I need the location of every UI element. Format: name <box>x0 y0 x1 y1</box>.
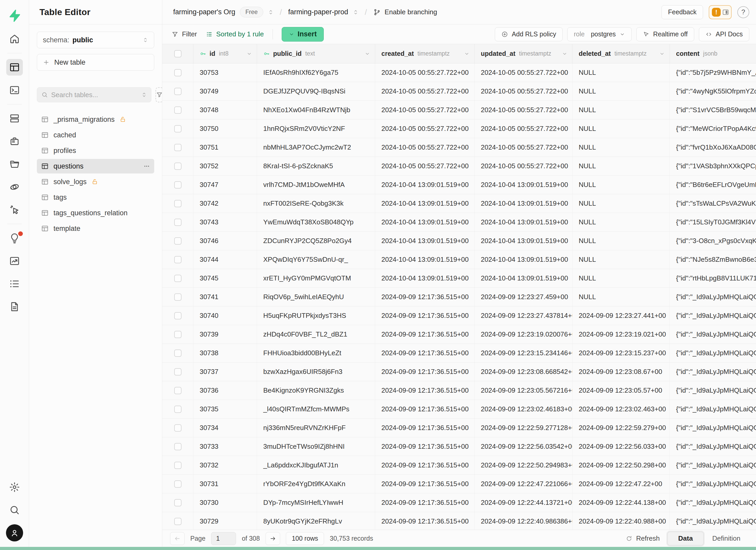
public-id-cell[interactable]: nxFT002ISeRE-Qobg3K3k <box>257 194 375 213</box>
nav-table-editor-button[interactable] <box>0 56 29 79</box>
id-cell[interactable]: 30736 <box>193 381 257 400</box>
content-cell[interactable]: {"id":"_Id9aLyJpMHQLaiQG <box>670 325 756 344</box>
public-id-cell[interactable]: _l40sQIRTmMZfcm-MWMPs <box>257 400 375 418</box>
public-id-cell[interactable]: YwEmuWdqT38XoSB048QYp <box>257 213 375 231</box>
id-cell[interactable]: 30738 <box>193 344 257 362</box>
updated-at-cell[interactable]: 2024-09-09 12:23:08.668542+00 <box>475 363 572 381</box>
row-checkbox[interactable] <box>174 424 181 432</box>
created-at-cell[interactable]: 2024-10-04 13:09:01.519+00 <box>375 194 475 213</box>
public-id-cell[interactable]: RiqOV6p_5wihLeIAEQyhU <box>257 288 375 306</box>
public-id-cell[interactable]: ZDCunRYJP2CQ5Z8Po2Gy4 <box>257 232 375 250</box>
row-checkbox[interactable] <box>174 200 181 207</box>
column-header-updated_at[interactable]: updated_attimestamptz <box>475 44 572 63</box>
chevron-down-icon[interactable] <box>246 51 252 57</box>
created-at-cell[interactable]: 2024-10-05 00:55:27.722+00 <box>375 101 475 119</box>
content-cell[interactable]: {"id":"5b7j5Pz9WHBNmY_A <box>670 63 756 82</box>
row-checkbox[interactable] <box>174 69 181 76</box>
breadcrumb-org[interactable]: farming-paper's Org <box>173 8 235 16</box>
deleted-at-cell[interactable]: NULL <box>572 82 670 100</box>
deleted-at-cell[interactable]: NULL <box>572 288 670 306</box>
public-id-cell[interactable]: vrlh7CMD-JtM1bOweMHfA <box>257 176 375 194</box>
content-cell[interactable]: {"id":"_Id9aLyJpMHQLaiQG <box>670 419 756 437</box>
created-at-cell[interactable]: 2024-10-04 13:09:01.519+00 <box>375 269 475 287</box>
public-id-cell[interactable]: DYp-7mcyMSIrHefLYIwwH <box>257 493 375 512</box>
deleted-at-cell[interactable]: NULL <box>572 194 670 213</box>
id-cell[interactable]: 30752 <box>193 157 257 175</box>
nav-sql-editor-button[interactable] <box>0 79 29 102</box>
updated-at-cell[interactable]: 2024-10-05 00:55:27.722+00 <box>475 138 572 157</box>
created-at-cell[interactable]: 2024-10-04 13:09:01.519+00 <box>375 232 475 250</box>
id-cell[interactable]: 30737 <box>193 363 257 381</box>
created-at-cell[interactable]: 2024-09-09 12:17:36.515+00 <box>375 512 475 530</box>
search-tables-input[interactable] <box>51 91 138 99</box>
deleted-at-cell[interactable]: 2024-09-09 12:23:27.441+00 <box>572 306 670 325</box>
content-cell[interactable]: {"id":"4wyNgK55lOfrpmYZc <box>670 82 756 100</box>
public-id-cell[interactable]: 3muDHTceTWso9IZj8hHNI <box>257 437 375 456</box>
created-at-cell[interactable]: 2024-09-09 12:17:36.515+00 <box>375 344 475 362</box>
deleted-at-cell[interactable]: 2024-09-09 12:22:50.298+00 <box>572 456 670 474</box>
content-cell[interactable]: {"id":"1VASb3phnXXkQPCpv <box>670 157 756 175</box>
deleted-at-cell[interactable]: NULL <box>572 63 670 82</box>
updated-at-cell[interactable]: 2024-10-05 00:55:27.722+00 <box>475 119 572 138</box>
deleted-at-cell[interactable]: 2024-09-09 12:23:19.021+00 <box>572 325 670 344</box>
sidebar-table-template[interactable]: template <box>37 221 154 236</box>
content-cell[interactable]: {"id":"_Id9aLyJpMHQLaiQG <box>670 437 756 456</box>
created-at-cell[interactable]: 2024-10-04 13:09:01.519+00 <box>375 213 475 231</box>
row-checkbox[interactable] <box>174 462 181 469</box>
sidebar-table-solve_logs[interactable]: solve_logs <box>37 175 154 189</box>
content-cell[interactable]: {"id":"sTsWaLCPsVA2WuK2 <box>670 194 756 213</box>
deleted-at-cell[interactable]: 2024-09-09 12:23:02.463+00 <box>572 400 670 418</box>
deleted-at-cell[interactable]: NULL <box>572 119 670 138</box>
public-id-cell[interactable]: DGEJfJZPQUV9Q-IBqsNSi <box>257 82 375 100</box>
sidebar-table-tags_questions_relation[interactable]: tags_questions_relation <box>37 206 154 220</box>
content-cell[interactable]: {"id":"_Id9aLyJpMHQLaiQG <box>670 493 756 512</box>
created-at-cell[interactable]: 2024-10-05 00:55:27.722+00 <box>375 63 475 82</box>
id-cell[interactable]: 30732 <box>193 456 257 474</box>
public-id-cell[interactable]: zHDq4c0F0VBF_TL2_dBZ1 <box>257 325 375 344</box>
deleted-at-cell[interactable]: NULL <box>572 138 670 157</box>
column-header-public_id[interactable]: public_idtext <box>257 44 375 63</box>
row-checkbox[interactable] <box>174 237 181 245</box>
row-checkbox[interactable] <box>174 518 181 525</box>
deleted-at-cell[interactable]: 2024-09-09 12:23:15.237+00 <box>572 344 670 362</box>
id-cell[interactable]: 30735 <box>193 400 257 418</box>
sidebar-table-profiles[interactable]: profiles <box>37 143 154 158</box>
id-cell[interactable]: 30749 <box>193 82 257 100</box>
updated-at-cell[interactable]: 2024-10-05 00:55:27.722+00 <box>475 157 572 175</box>
public-id-cell[interactable]: 1hnRQjxSRm2V0VticY2NF <box>257 119 375 138</box>
created-at-cell[interactable]: 2024-09-09 12:17:36.515+00 <box>375 325 475 344</box>
table-actions-icon[interactable] <box>143 163 150 170</box>
updated-at-cell[interactable]: 2024-10-05 00:55:27.722+00 <box>475 82 572 100</box>
created-at-cell[interactable]: 2024-10-04 13:09:01.519+00 <box>375 250 475 269</box>
nav-docs-button[interactable] <box>0 295 29 318</box>
chevron-down-icon[interactable] <box>659 51 665 57</box>
id-cell[interactable]: 30753 <box>193 63 257 82</box>
nav-user-button[interactable] <box>0 521 29 544</box>
row-checkbox[interactable] <box>174 406 181 413</box>
updated-at-cell[interactable]: 2024-10-04 13:09:01.519+00 <box>475 269 572 287</box>
id-cell[interactable]: 30748 <box>193 101 257 119</box>
row-checkbox[interactable] <box>174 350 181 357</box>
id-cell[interactable]: 30740 <box>193 306 257 325</box>
id-cell[interactable]: 30745 <box>193 269 257 287</box>
api-docs-button[interactable]: API Docs <box>699 27 749 41</box>
public-id-cell[interactable]: bzwXazHgax6UIR58j6Fn3 <box>257 363 375 381</box>
id-cell[interactable]: 30743 <box>193 213 257 231</box>
id-cell[interactable]: 30751 <box>193 138 257 157</box>
id-cell[interactable]: 30741 <box>193 288 257 306</box>
content-cell[interactable]: {"id":"_Id9aLyJpMHQLaiQG <box>670 475 756 493</box>
row-checkbox[interactable] <box>174 331 181 338</box>
breadcrumb-project[interactable]: farming-paper-prod <box>288 8 348 16</box>
chevrons-up-down-icon[interactable] <box>268 9 274 15</box>
deleted-at-cell[interactable]: 2024-09-09 12:22:56.033+00 <box>572 437 670 456</box>
column-header-id[interactable]: idint8 <box>193 44 257 63</box>
chevron-down-icon[interactable] <box>562 51 568 57</box>
public-id-cell[interactable]: nbMhHL3AP7OcCJymc2wT2 <box>257 138 375 157</box>
public-id-cell[interactable]: XPQwDIqY6Y75SwDnU-qr_ <box>257 250 375 269</box>
nav-auth-button[interactable] <box>0 130 29 153</box>
tab-data[interactable]: Data <box>667 532 703 545</box>
updated-at-cell[interactable]: 2024-10-04 13:09:01.519+00 <box>475 213 572 231</box>
created-at-cell[interactable]: 2024-09-09 12:17:36.515+00 <box>375 493 475 512</box>
column-header-deleted_at[interactable]: deleted_attimestamptz <box>572 44 670 63</box>
column-header-content[interactable]: contentjsonb <box>670 44 756 63</box>
